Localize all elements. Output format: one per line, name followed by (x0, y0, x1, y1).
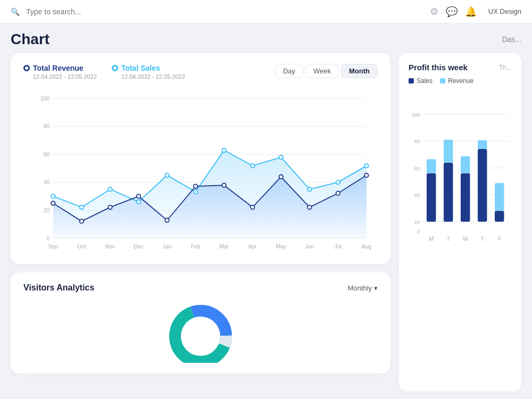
svg-text:Sep: Sep (48, 244, 59, 250)
svg-text:20: 20 (44, 207, 50, 213)
user-label: UX Design (488, 7, 521, 15)
dot (279, 155, 283, 160)
dot (364, 173, 369, 178)
dot (165, 173, 169, 178)
search-icon: 🔍 (11, 7, 20, 16)
time-btn-week[interactable]: Week (305, 64, 339, 78)
legend-total-sales: Total Sales 12.04.2022 - 12.05.2022 (112, 64, 185, 80)
dot (364, 164, 369, 168)
svg-text:Jul: Jul (335, 244, 342, 250)
svg-text:100: 100 (411, 112, 420, 118)
svg-text:0: 0 (417, 228, 420, 234)
legend-date-revenue: 12.04.2022 - 12.05.2022 (33, 73, 97, 80)
visitors-analytics-card: Visitors Analytics Monthly ▾ (11, 272, 390, 373)
search-input[interactable] (26, 7, 423, 16)
svg-text:Apr: Apr (248, 244, 257, 250)
dot (137, 194, 141, 198)
svg-text:100: 100 (40, 96, 49, 102)
dot (336, 180, 340, 185)
legend-dot-sales (112, 65, 118, 71)
svg-text:T: T (480, 236, 484, 242)
svg-text:40: 40 (44, 179, 50, 185)
bar-sales-W (461, 173, 470, 221)
donut-chart-svg (147, 299, 254, 363)
legend-revenue: Revenue (440, 77, 473, 85)
svg-text:F: F (497, 236, 501, 242)
bar-revenue-W (461, 156, 470, 173)
bell-icon[interactable]: 🔔 (465, 6, 477, 18)
main-chart-card: Total Revenue 12.04.2022 - 12.05.2022 To… (11, 53, 390, 264)
chat-icon[interactable]: 💬 (446, 6, 458, 18)
profit-card: Profit this week Th... Sales Revenue (399, 53, 521, 392)
dot (251, 205, 255, 210)
legend-total-revenue: Total Revenue 12.04.2022 - 12.05.2022 (23, 64, 97, 80)
time-btn-day[interactable]: Day (275, 64, 303, 78)
dot (251, 164, 255, 168)
bar-chart-svg: 100 80 60 40 20 0 (409, 91, 512, 272)
chevron-down-icon: ▾ (374, 284, 378, 292)
svg-text:M: M (429, 236, 434, 242)
svg-text:80: 80 (44, 123, 50, 129)
profit-title: Profit this week (409, 63, 468, 72)
breadcrumb: Das... (502, 35, 521, 44)
line-chart-svg: 100 80 60 40 20 0 (23, 88, 378, 253)
bar-revenue-T1 (444, 139, 453, 163)
svg-text:T: T (446, 236, 450, 242)
monthly-select[interactable]: Monthly ▾ (347, 284, 378, 292)
legend-title-revenue: Total Revenue (23, 64, 97, 72)
dot (80, 219, 84, 223)
svg-text:Aug: Aug (362, 244, 372, 250)
svg-text:Feb: Feb (191, 244, 201, 250)
svg-text:Dec: Dec (134, 244, 143, 250)
chart-header: Total Revenue 12.04.2022 - 12.05.2022 To… (23, 64, 378, 80)
bar-revenue-M (427, 159, 436, 173)
dot (336, 192, 340, 196)
topbar: 🔍 ⚙ 💬 🔔 UX Design (0, 0, 532, 23)
legend-dot-sales (409, 78, 414, 84)
dot (108, 205, 112, 210)
bar-chart-wrap: 100 80 60 40 20 0 (409, 91, 512, 274)
legend-dot-revenue (23, 65, 30, 71)
left-column: Total Revenue 12.04.2022 - 12.05.2022 To… (11, 53, 390, 392)
legend-sales: Sales (409, 77, 433, 85)
svg-text:Nov: Nov (105, 244, 115, 250)
svg-text:60: 60 (414, 165, 420, 171)
legend-date-sales: 12.04.2022 - 12.05.2022 (121, 73, 185, 80)
profit-card-header: Profit this week Th... (409, 63, 512, 72)
page-header: Chart Das... (0, 23, 532, 53)
time-buttons: Day Week Month (275, 64, 378, 78)
visitors-title: Visitors Analytics (23, 283, 94, 293)
legend-title-sales: Total Sales (112, 64, 185, 72)
dot (222, 183, 226, 187)
svg-text:20: 20 (414, 219, 420, 225)
bar-sales-T1 (444, 163, 453, 222)
right-column: Profit this week Th... Sales Revenue (399, 53, 521, 392)
svg-text:Oct: Oct (77, 244, 86, 250)
svg-text:May: May (276, 244, 286, 250)
dot (80, 205, 84, 210)
topbar-right: ⚙ 💬 🔔 UX Design (430, 6, 521, 18)
dot (108, 187, 112, 192)
svg-text:60: 60 (44, 152, 50, 157)
time-btn-month[interactable]: Month (341, 64, 378, 78)
settings-icon[interactable]: ⚙ (430, 6, 438, 18)
dot (279, 175, 283, 179)
svg-text:Mar: Mar (219, 244, 229, 250)
bar-revenue-F (495, 183, 504, 211)
profit-legend: Sales Revenue (409, 77, 512, 85)
dot (51, 201, 55, 205)
dot (222, 148, 226, 153)
dot (307, 187, 312, 192)
dot (194, 190, 198, 194)
svg-text:40: 40 (414, 192, 420, 198)
chart-legends: Total Revenue 12.04.2022 - 12.05.2022 To… (23, 64, 185, 80)
dot (194, 184, 198, 188)
svg-text:0: 0 (47, 236, 50, 242)
visitors-card-header: Visitors Analytics Monthly ▾ (23, 283, 378, 293)
bar-sales-T2 (478, 149, 487, 222)
page-title: Chart (11, 31, 49, 48)
svg-text:80: 80 (414, 138, 420, 144)
dot (51, 194, 55, 198)
svg-text:Jun: Jun (305, 244, 314, 250)
profit-tab: Th... (499, 64, 512, 71)
